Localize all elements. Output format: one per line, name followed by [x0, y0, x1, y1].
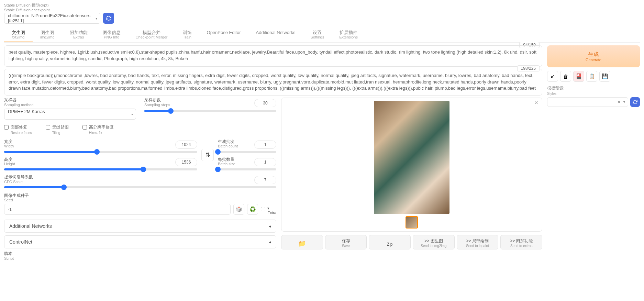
width-label: 宽度 — [4, 139, 12, 144]
prompt-input[interactable]: best quality, masterpiece, highres, 1gir… — [4, 45, 542, 67]
cfg-label: 提示词引导系数 — [4, 175, 33, 179]
tab-settings[interactable]: 设置Settings — [303, 28, 332, 43]
tab-png-info[interactable]: 图像信息PNG Info — [95, 28, 128, 43]
hires-checkbox[interactable]: 高分辨率修复Hires. fix — [82, 124, 114, 135]
tab-additional-networks[interactable]: Additional Networks — [248, 28, 303, 43]
cfg-slider[interactable] — [4, 186, 276, 188]
sampling-method-label: 采样器 — [4, 98, 16, 102]
sampling-steps-input[interactable] — [254, 99, 276, 107]
sampling-steps-slider[interactable] — [144, 110, 276, 112]
tab-extensions[interactable]: 扩展插件Extensions — [332, 28, 365, 43]
batch-count-slider[interactable] — [218, 151, 276, 153]
tab-txt2img[interactable]: 文生图txt2img — [4, 28, 33, 43]
arrow-button[interactable]: ↙ — [547, 71, 558, 82]
batch-size-slider[interactable] — [218, 168, 276, 170]
controlnet-accordion[interactable]: ControlNet◂ — [4, 235, 276, 248]
refresh-checkpoint-button[interactable] — [103, 13, 114, 24]
clear-icon[interactable]: ✕ — [617, 100, 621, 104]
checkpoint-label-en: Stable Diffusion checkpoint — [4, 8, 114, 12]
tiling-checkbox[interactable]: 无缝贴图Tiling — [46, 124, 69, 135]
trash-button[interactable]: 🗑 — [560, 71, 571, 82]
dice-button[interactable]: 🎲 — [233, 204, 244, 215]
restore-faces-checkbox[interactable]: 面部修复Restore faces — [4, 124, 32, 135]
save-button[interactable]: 保存Save — [325, 235, 367, 249]
main-tabs: 文生图txt2img图生图img2img附加功能Extras图像信息PNG In… — [4, 28, 640, 43]
preview-area: ✕ — [281, 98, 542, 232]
generate-button[interactable]: 生成Generate — [547, 45, 640, 67]
sampling-steps-label: 采样步数 — [144, 98, 161, 102]
styles-select[interactable]: ✕▼ — [547, 97, 628, 107]
batch-count-label: 生成批次 — [218, 139, 234, 144]
recycle-button[interactable]: ♻️ — [247, 204, 258, 215]
refresh-styles-button[interactable] — [630, 97, 640, 107]
tab-train[interactable]: 训练Train — [175, 28, 199, 43]
script-label: 脚本 — [4, 251, 12, 256]
cfg-input[interactable] — [254, 176, 276, 184]
seed-label: 图像生成种子 — [4, 193, 29, 198]
chevron-left-icon: ◂ — [269, 239, 271, 245]
tab-openpose-editor[interactable]: OpenPose Editor — [199, 28, 248, 43]
chevron-down-icon: ▼ — [623, 100, 626, 104]
batch-size-input[interactable] — [254, 158, 276, 166]
tab-checkpoint-merger[interactable]: 模型合并Checkpoint Merger — [128, 28, 175, 43]
neg-prompt-input[interactable]: (((simple background))),monochrome ,lowr… — [4, 69, 542, 96]
send-img2img-button[interactable]: >> 图生图Send to img2img — [413, 235, 455, 249]
send-inpaint-button[interactable]: >> 局部绘制Send to inpaint — [457, 235, 499, 249]
output-image[interactable] — [374, 101, 449, 214]
checkpoint-label-cn: Stable Diffusion 模型(ckpt) — [4, 3, 114, 8]
tab-img2img[interactable]: 图生图img2img — [33, 28, 62, 43]
batch-size-label: 每批数量 — [218, 157, 234, 162]
batch-count-input[interactable] — [254, 141, 276, 149]
seed-input[interactable] — [4, 204, 231, 215]
swap-dims-button[interactable]: ⇅ — [201, 149, 214, 161]
chevron-left-icon: ◂ — [269, 223, 271, 229]
close-icon[interactable]: ✕ — [534, 100, 538, 105]
zip-button[interactable]: Zip — [369, 235, 411, 249]
card-button[interactable]: 🎴 — [573, 71, 584, 82]
sampling-method-select[interactable]: DPM++ 2M Karras — [4, 109, 136, 120]
open-folder-button[interactable]: 📁 — [281, 235, 323, 249]
height-label: 高度 — [4, 157, 12, 162]
checkpoint-select[interactable]: chilloutmix_NiPrunedFp32Fix.safetensors … — [4, 13, 100, 24]
tab-extras[interactable]: 附加功能Extras — [62, 28, 95, 43]
clipboard-button[interactable]: 📋 — [586, 71, 597, 82]
height-slider[interactable] — [4, 168, 197, 170]
send-extras-button[interactable]: >> 附加功能Send to extras — [500, 235, 542, 249]
height-input[interactable] — [175, 158, 197, 166]
width-slider[interactable] — [4, 151, 197, 153]
save-style-button[interactable]: 💾 — [599, 71, 610, 82]
extra-checkbox[interactable]: ▾Extra — [261, 206, 276, 215]
output-thumbnail[interactable] — [406, 216, 418, 228]
width-input[interactable] — [175, 141, 197, 149]
styles-label: 模板预设 — [547, 86, 564, 90]
additional-networks-accordion[interactable]: Additional Networks◂ — [4, 220, 276, 233]
